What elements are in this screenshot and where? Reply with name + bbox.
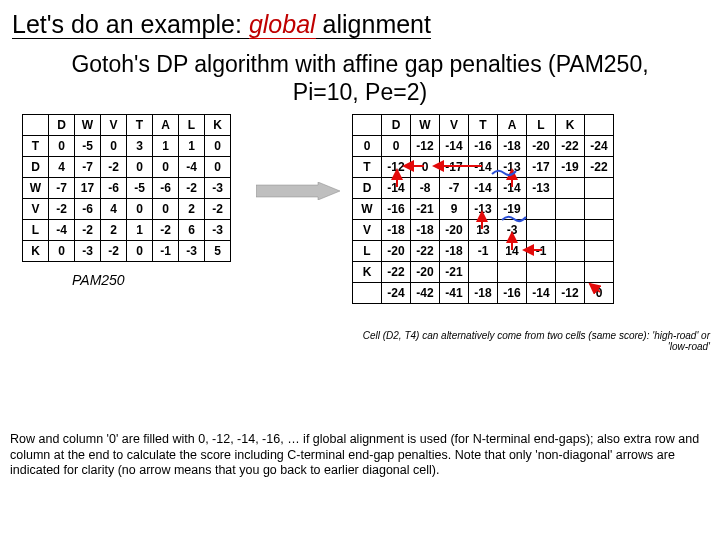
title-global: global bbox=[249, 10, 316, 39]
table-row: -24-42-41-18-16-14-120 bbox=[353, 283, 614, 304]
explanation-text: Row and column '0' are filled with 0, -1… bbox=[10, 432, 710, 479]
slide-subtitle: Gotoh's DP algorithm with affine gap pen… bbox=[0, 43, 720, 110]
title-alignment: alignment bbox=[316, 10, 431, 39]
table-row: T-120-17-14-13-17-19-22 bbox=[353, 157, 614, 178]
dp-matrix-table: D W V T A L K 00-12-14-16-18-20-22-24 T-… bbox=[352, 114, 614, 304]
svg-marker-0 bbox=[256, 182, 340, 200]
table-row: T0-503110 bbox=[23, 136, 231, 157]
cell-note: Cell (D2, T4) can alternatively come fro… bbox=[350, 330, 710, 352]
table-row: D W V T A L K bbox=[23, 115, 231, 136]
tables-area: D W V T A L K T0-503110 D4-7-200-40 W-71… bbox=[0, 110, 720, 118]
slide-title: Let's do an example: global alignment bbox=[0, 0, 720, 43]
table-row: K0-3-20-1-35 bbox=[23, 241, 231, 262]
table-row: 00-12-14-16-18-20-22-24 bbox=[353, 136, 614, 157]
table-row: L-20-22-18-114-1 bbox=[353, 241, 614, 262]
table-row: D-14-8-7-14-14-13 bbox=[353, 178, 614, 199]
table-row: D4-7-200-40 bbox=[23, 157, 231, 178]
table-row: W-16-219-13-19 bbox=[353, 199, 614, 220]
title-prefix: Let's do an example: bbox=[12, 10, 249, 39]
table-row: K-22-20-21 bbox=[353, 262, 614, 283]
table-row: V-2-64002-2 bbox=[23, 199, 231, 220]
arrow-right-icon bbox=[256, 182, 340, 200]
table-row: V-18-18-2013-3 bbox=[353, 220, 614, 241]
table-row: L-4-221-26-3 bbox=[23, 220, 231, 241]
table-row: D W V T A L K bbox=[353, 115, 614, 136]
pam-caption: PAM250 bbox=[72, 272, 125, 288]
table-row: W-717-6-5-6-2-3 bbox=[23, 178, 231, 199]
pam250-table: D W V T A L K T0-503110 D4-7-200-40 W-71… bbox=[22, 114, 231, 262]
